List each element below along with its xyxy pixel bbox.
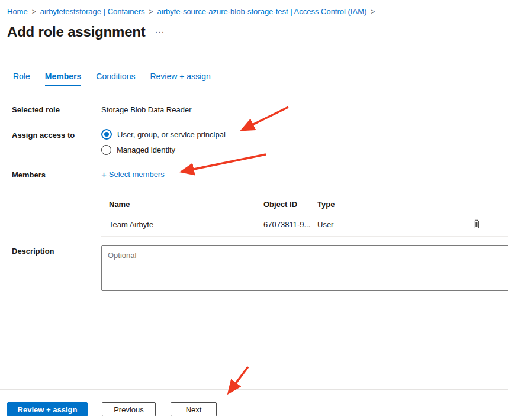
- add-role-assignment-page: Home > airbyteteststorage | Containers >…: [0, 0, 508, 420]
- members-table-header: Name Object ID Type: [101, 196, 508, 212]
- footer-divider: [0, 389, 508, 390]
- tab-members[interactable]: Members: [45, 72, 81, 86]
- delete-member-button[interactable]: [470, 218, 483, 231]
- breadcrumb-separator: >: [371, 8, 375, 16]
- breadcrumb-home-link[interactable]: Home: [7, 7, 28, 16]
- radio-label: User, group, or service principal: [117, 130, 226, 139]
- select-members-label: Select members: [109, 170, 165, 179]
- column-header-type: Type: [317, 199, 335, 208]
- members-table: Name Object ID Type Team Airbyte 6707381…: [101, 196, 508, 237]
- member-object-id: 67073811-9...: [263, 220, 310, 229]
- title-more-icon[interactable]: ···: [155, 27, 165, 36]
- tab-role[interactable]: Role: [13, 72, 30, 86]
- description-label: Description: [12, 247, 54, 256]
- member-name: Team Airbyte: [109, 220, 153, 229]
- breadcrumb-containers-link[interactable]: airbyteteststorage | Containers: [40, 7, 145, 16]
- assign-access-to-label: Assign access to: [12, 131, 75, 140]
- select-members-link[interactable]: + Select members: [101, 170, 165, 179]
- tab-review-assign[interactable]: Review + assign: [150, 72, 210, 86]
- selected-role-label: Selected role: [12, 105, 60, 114]
- description-input[interactable]: [101, 245, 508, 291]
- radio-selected-icon: [101, 129, 112, 140]
- table-row: Team Airbyte 67073811-9... User: [101, 212, 508, 237]
- next-button[interactable]: Next: [171, 402, 217, 416]
- arrow-to-select-members: [182, 154, 266, 172]
- column-header-object-id: Object ID: [263, 199, 297, 208]
- page-title: Add role assignment: [7, 24, 146, 40]
- review-assign-button[interactable]: Review + assign: [7, 402, 88, 416]
- members-label: Members: [12, 170, 46, 179]
- radio-user-group-service-principal[interactable]: User, group, or service principal: [101, 129, 226, 140]
- breadcrumb-separator: >: [32, 8, 36, 16]
- radio-unselected-icon: [101, 145, 111, 155]
- breadcrumb: Home > airbyteteststorage | Containers >…: [7, 7, 375, 16]
- tab-bar: Role Members Conditions Review + assign: [13, 72, 211, 86]
- radio-label: Managed identity: [117, 146, 175, 154]
- plus-icon: +: [101, 170, 107, 178]
- radio-managed-identity[interactable]: Managed identity: [101, 145, 175, 155]
- arrow-to-next-button: [229, 367, 248, 392]
- column-header-name: Name: [109, 199, 130, 208]
- breadcrumb-access-control-link[interactable]: airbyte-source-azure-blob-storage-test |…: [157, 7, 367, 16]
- member-type: User: [317, 220, 333, 229]
- trash-icon: [472, 219, 481, 229]
- previous-button[interactable]: Previous: [102, 402, 156, 416]
- arrow-to-radio: [243, 107, 288, 130]
- selected-role-value: Storage Blob Data Reader: [101, 105, 191, 114]
- tab-conditions[interactable]: Conditions: [96, 72, 135, 86]
- breadcrumb-separator: >: [149, 8, 153, 16]
